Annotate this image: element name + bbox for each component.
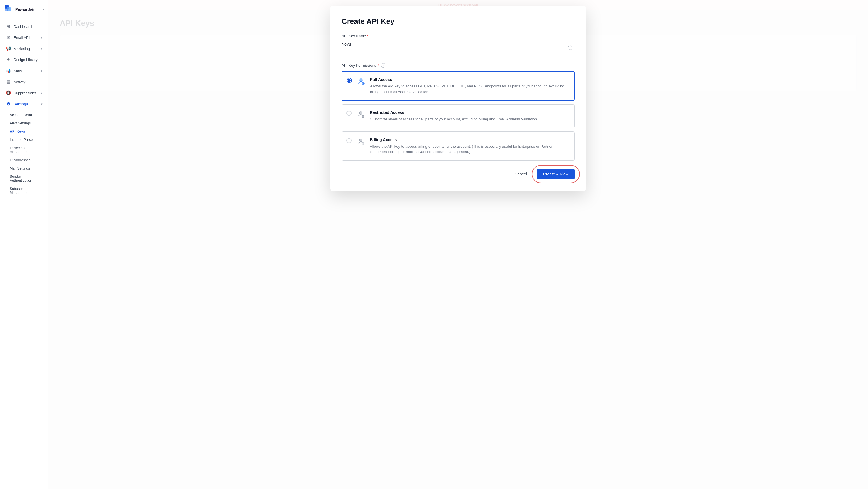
full-access-icon xyxy=(356,77,366,88)
radio-inner xyxy=(348,79,351,82)
main-nav: ⊞ Dashboard ✉ Email API ▾ 📢 Marketing ▾ … xyxy=(0,19,48,489)
username-label: Pawan Jain xyxy=(16,7,35,11)
permission-title: Full Access xyxy=(370,77,568,82)
modal-overlay: Create API Key API Key Name • ⓘ API Key … xyxy=(48,0,868,489)
api-key-name-label: API Key Name • xyxy=(342,34,575,38)
permissions-label: API Key Permissions * i xyxy=(342,63,575,68)
sidebar-item-label: Stats xyxy=(13,69,22,73)
sidebar-item-label: Email API xyxy=(13,35,30,40)
permission-card-restricted-access[interactable]: Restricted Access Customize levels of ac… xyxy=(342,104,575,128)
dashboard-icon: ⊞ xyxy=(6,24,11,29)
sidebar-item-label: Suppressions xyxy=(13,91,36,95)
chevron-down-icon: ▾ xyxy=(41,92,42,95)
chevron-down-icon: ▾ xyxy=(41,69,42,72)
required-indicator: • xyxy=(367,34,368,38)
sidebar-item-sender-auth[interactable]: Sender Authentication xyxy=(6,173,46,185)
chevron-down-icon: ▾ xyxy=(41,47,42,50)
permission-desc: Allows the API key to access GET, PATCH,… xyxy=(370,84,568,95)
permission-info-full-access: Full Access Allows the API key to access… xyxy=(370,77,568,95)
chevron-down-icon: ▾ xyxy=(41,102,42,106)
sidebar-item-api-keys[interactable]: API Keys xyxy=(6,128,46,135)
main-content: Hi, We haven't seen you API Keys Create … xyxy=(48,0,868,489)
sidebar-item-mail-settings[interactable]: Mail Settings xyxy=(6,164,46,172)
sidebar-item-settings[interactable]: ⚙ Settings ▾ xyxy=(2,99,46,109)
sidebar-item-marketing[interactable]: 📢 Marketing ▾ xyxy=(2,43,46,54)
user-chevron-icon: ▾ xyxy=(43,8,44,11)
activity-icon: ▤ xyxy=(6,79,11,84)
sidebar-item-subuser-mgmt[interactable]: Subuser Management xyxy=(6,185,46,197)
chevron-down-icon: ▾ xyxy=(41,36,42,39)
sidebar-item-dashboard[interactable]: ⊞ Dashboard xyxy=(2,21,46,32)
sidebar-item-design-library[interactable]: ✦ Design Library xyxy=(2,54,46,65)
radio-full-access[interactable] xyxy=(347,78,352,83)
sidebar-item-label: Marketing xyxy=(13,46,30,51)
svg-point-7 xyxy=(359,139,362,142)
radio-restricted-access[interactable] xyxy=(346,111,351,116)
create-view-button[interactable]: Create & View xyxy=(537,169,575,179)
permission-card-billing-access[interactable]: $ Billing Access Allows the API key to a… xyxy=(342,131,575,161)
settings-icon: ⚙ xyxy=(6,101,11,106)
sidebar-logo[interactable]: Pawan Jain ▾ xyxy=(0,0,48,19)
sidebar-item-email-api[interactable]: ✉ Email API ▾ xyxy=(2,32,46,43)
suppressions-icon: 🔇 xyxy=(6,90,11,95)
sidebar-item-label: Dashboard xyxy=(13,25,32,29)
sidebar-item-inbound-parse[interactable]: Inbound Parse xyxy=(6,136,46,144)
input-info-icon: ⓘ xyxy=(568,45,572,51)
email-api-icon: ✉ xyxy=(6,35,11,40)
marketing-icon: 📢 xyxy=(6,46,11,51)
svg-point-5 xyxy=(359,111,362,115)
svg-rect-2 xyxy=(5,8,8,11)
permissions-info-icon[interactable]: i xyxy=(381,63,385,68)
permission-title: Restricted Access xyxy=(370,110,569,115)
sidebar-item-alert-settings[interactable]: Alert Settings xyxy=(6,119,46,127)
api-key-name-input[interactable] xyxy=(342,40,575,50)
billing-access-icon: $ xyxy=(356,137,365,149)
create-view-highlight-wrapper: Create & View xyxy=(537,169,575,179)
permission-title: Billing Access xyxy=(370,137,569,142)
sidebar-item-label: Activity xyxy=(13,80,25,84)
sidebar-item-label: Design Library xyxy=(13,58,37,62)
settings-sub-nav: Account Details Alert Settings API Keys … xyxy=(0,109,48,198)
design-library-icon: ✦ xyxy=(6,57,11,62)
sidebar-item-ip-access-mgmt[interactable]: IP Access Management xyxy=(6,144,46,156)
permission-info-restricted: Restricted Access Customize levels of ac… xyxy=(370,110,569,122)
sidebar: Pawan Jain ▾ ⊞ Dashboard ✉ Email API ▾ 📢… xyxy=(0,0,48,489)
restricted-access-icon xyxy=(356,110,365,121)
sidebar-item-account-details[interactable]: Account Details xyxy=(6,111,46,119)
permission-info-billing: Billing Access Allows the API key to acc… xyxy=(370,137,569,155)
modal-actions: Cancel Create & View xyxy=(342,169,575,180)
modal-title: Create API Key xyxy=(342,17,575,26)
required-indicator: * xyxy=(378,63,379,68)
api-key-name-wrapper: ⓘ xyxy=(342,40,575,56)
stats-icon: 📊 xyxy=(6,68,11,73)
sidebar-item-label: Settings xyxy=(13,102,28,106)
svg-point-3 xyxy=(360,79,362,82)
permission-desc: Customize levels of access for all parts… xyxy=(370,117,569,122)
sidebar-item-activity[interactable]: ▤ Activity xyxy=(2,76,46,87)
cancel-button[interactable]: Cancel xyxy=(508,169,533,180)
permission-desc: Allows the API key to access billing end… xyxy=(370,144,569,155)
app-logo xyxy=(4,4,13,13)
create-api-key-modal: Create API Key API Key Name • ⓘ API Key … xyxy=(330,6,586,191)
sidebar-item-suppressions[interactable]: 🔇 Suppressions ▾ xyxy=(2,88,46,98)
sidebar-item-ip-addresses[interactable]: IP Addresses xyxy=(6,156,46,164)
sidebar-item-stats[interactable]: 📊 Stats ▾ xyxy=(2,65,46,76)
radio-billing-access[interactable] xyxy=(346,138,351,143)
permission-card-full-access[interactable]: Full Access Allows the API key to access… xyxy=(342,71,575,101)
